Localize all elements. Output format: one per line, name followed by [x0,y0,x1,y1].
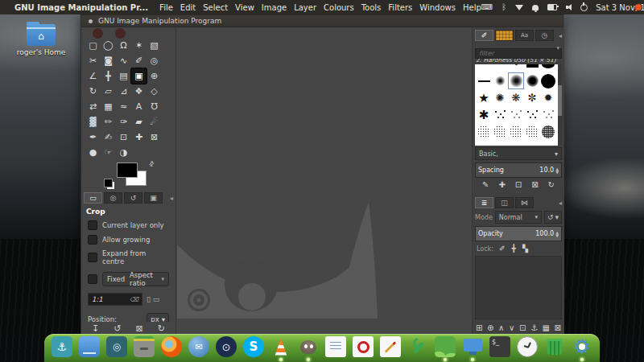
brush-swatch[interactable]: ✼ [524,89,540,106]
tool-scissors-select[interactable]: ✂ [85,53,101,68]
brush-scrollbar[interactable] [558,64,562,146]
brush-swatch[interactable] [524,123,540,140]
anchor-layer-button[interactable]: ⚓ [530,323,538,332]
tool-measure[interactable]: ∠ [85,68,101,84]
mode-options-button[interactable]: ↺ ▾ [544,211,562,224]
dock-item-steam[interactable]: ⊙ [216,336,237,357]
fixed-checkbox[interactable] [88,274,97,284]
clear-icon[interactable]: ⌫ [130,296,138,303]
new-layer-group-button[interactable]: ⊕ [487,323,493,332]
aspect-ratio-input[interactable]: 1:1 ⌫ [88,293,142,306]
tool-move[interactable]: ╋ [101,68,116,84]
checkbox-expand-from-centre[interactable] [88,253,97,262]
tool-fuzzy-select[interactable]: ✶ [131,38,147,53]
reset-tool-options-button[interactable]: ↻ [158,323,165,334]
tab-undo-history[interactable]: ↺ [124,192,142,204]
tab-menu-icon[interactable]: ◂ [559,32,562,39]
tool-clone[interactable]: ⊡ [116,130,131,145]
tool-warp-transform[interactable]: ≈ [116,99,131,114]
tab-device-status[interactable]: ◎ [104,192,122,204]
lock-alpha-icon[interactable]: ▚ [522,245,528,253]
toolbox-grip[interactable] [81,27,175,36]
window-titlebar[interactable]: GNU Image Manipulation Program [81,15,563,27]
checkbox-allow-growing[interactable] [88,235,97,245]
landscape-button[interactable]: ▭ [153,295,160,303]
duplicate-layer-button[interactable]: ⊡ [519,323,526,332]
dock-item-skype[interactable]: S [243,336,265,357]
brush-swatch[interactable]: ✱ [476,106,492,123]
tool-3d-transform[interactable]: ◇ [147,84,162,99]
tool-blur-sharpen[interactable]: ● [85,145,101,160]
dock-drag-handle[interactable]: ⋯ [473,191,564,195]
brush-swatch[interactable]: ✹ [540,89,556,106]
brush-swatch[interactable] [524,64,540,72]
notification-badge[interactable] [635,4,642,10]
brush-swatch[interactable] [508,106,524,123]
dock-item-archive-manager[interactable] [134,336,155,357]
tool-colour-picker[interactable]: ✐ [131,53,147,68]
tool-free-select[interactable]: Ω [116,38,131,53]
save-tool-preset-button[interactable]: ↧ [92,323,99,334]
menu-select[interactable]: Select [203,3,228,12]
restore-tool-preset-button[interactable]: ↺ [114,323,121,334]
brush-swatch[interactable] [508,64,524,72]
tool-zoom[interactable]: ◎ [147,53,162,68]
new-layer-button[interactable]: ⊞ [476,323,482,332]
brush-swatch[interactable] [508,123,524,140]
battery-icon[interactable] [547,4,557,10]
tool-perspective-clone[interactable]: ⊠ [147,130,162,145]
dock-item-clock[interactable] [517,336,539,357]
menu-edit[interactable]: Edit [180,3,196,12]
brush-swatch[interactable] [492,72,508,89]
tool-eraser[interactable]: ▰ [131,114,147,130]
brush-swatch[interactable] [492,123,508,140]
default-colours-icon[interactable] [104,179,113,187]
brush-swatch[interactable] [540,64,556,72]
tab-paths-dialog[interactable]: ⋈ [515,197,534,208]
opacity-slider[interactable]: Opacity 100.0 ▲▼ [475,226,562,241]
tool-shear[interactable]: ▱ [101,84,116,99]
duplicate-brush-button[interactable]: ⊡ [515,180,522,189]
brush-swatch[interactable] [524,106,540,123]
layer-list[interactable] [475,256,562,319]
volume-icon[interactable] [566,4,572,10]
dock-item-system-monitor[interactable] [435,336,456,361]
dock-item-terminal[interactable]: $_ [489,336,511,357]
menu-filters[interactable]: Filters [388,3,412,12]
dock-item-libreoffice-impress[interactable] [353,336,374,357]
tool-flip[interactable]: ⇄ [85,99,101,114]
fixed-aspect-dropdown[interactable]: Fixed Aspect ratio ▾ [102,272,169,286]
swap-colours-icon[interactable]: ⇄ [147,159,156,168]
menu-layer[interactable]: Layer [294,3,316,12]
tool-rotate[interactable]: ↻ [85,84,101,99]
brush-swatch[interactable]: ✺ [492,89,508,106]
menu-windows[interactable]: Windows [419,3,456,12]
image-canvas[interactable] [177,27,472,335]
brush-swatch[interactable] [508,72,524,89]
menu-help[interactable]: Help [463,3,481,12]
tool-pencil[interactable]: ✏ [101,114,116,130]
menu-file[interactable]: File [159,3,173,12]
brush-swatch[interactable] [476,72,492,89]
spinner-arrows-icon[interactable]: ▲▼ [555,167,559,174]
delete-brush-button[interactable]: ⊠ [531,180,538,189]
brush-swatch[interactable]: ❋ [508,89,524,106]
tool-select-by-colour[interactable]: ▧ [147,38,162,53]
tab-images[interactable]: ▣ [144,192,163,204]
tab-patterns[interactable] [495,30,514,41]
brush-swatch[interactable] [540,72,556,89]
bluetooth-icon[interactable]: ᛒ [502,3,506,11]
tool-crop[interactable]: ▣ [131,68,147,84]
menu-colours[interactable]: Colours [324,3,354,12]
dock-item-libreoffice-draw[interactable] [380,336,402,357]
brush-swatch[interactable] [492,64,508,72]
delete-tool-preset-button[interactable]: ⊠ [136,323,143,334]
tool-cage-transform[interactable]: ▦ [101,99,116,114]
merge-layer-button[interactable]: ▦ [542,323,549,332]
lock-position-icon[interactable]: ╋ [511,245,515,253]
delete-layer-button[interactable]: ⊠ [555,323,561,332]
power-icon[interactable] [580,4,588,11]
brush-swatch[interactable] [540,106,556,123]
tool-foreground-select[interactable]: ◙ [101,53,116,68]
refresh-brushes-button[interactable]: ↻ [548,180,555,189]
